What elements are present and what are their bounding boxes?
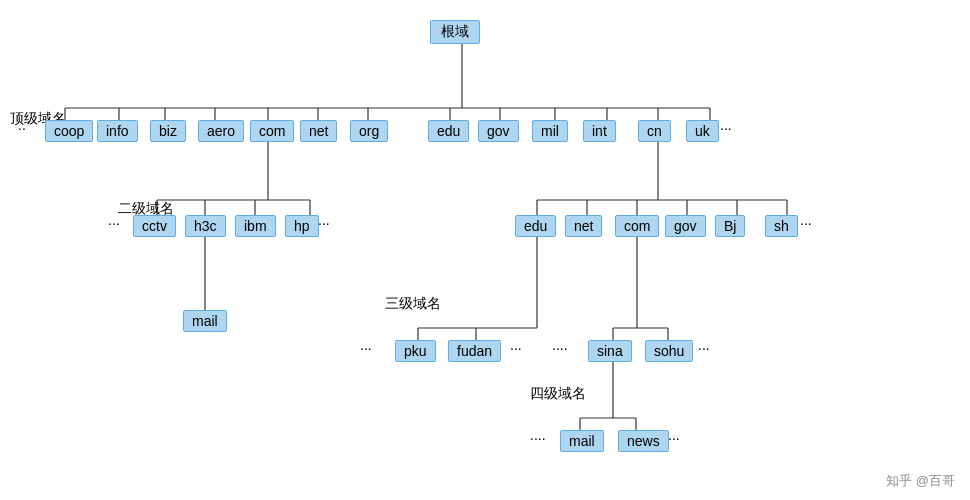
node-com: com [250, 120, 294, 142]
node-edu: edu [428, 120, 469, 142]
root-node: 根域 [430, 20, 480, 44]
node-sohu: sohu [645, 340, 693, 362]
dots-l3-com-right: ··· [698, 340, 710, 356]
node-cn-com: com [615, 215, 659, 237]
node-gov: gov [478, 120, 519, 142]
node-int: int [583, 120, 616, 142]
node-news: news [618, 430, 669, 452]
node-cn-net: net [565, 215, 602, 237]
node-h3c: h3c [185, 215, 226, 237]
dots-l3-edu-right: ··· [510, 340, 522, 356]
node-org: org [350, 120, 388, 142]
node-cn-gov: gov [665, 215, 706, 237]
node-sina: sina [588, 340, 632, 362]
connection-lines [0, 0, 970, 500]
node-hp: hp [285, 215, 319, 237]
fourth-level-label: 四级域名 [530, 385, 586, 403]
node-fudan: fudan [448, 340, 501, 362]
node-cn-edu: edu [515, 215, 556, 237]
third-level-label: 三级域名 [385, 295, 441, 313]
watermark: 知乎 @百哥 [886, 472, 955, 490]
dots-l1-left: ·· [18, 120, 26, 136]
node-cn-sh: sh [765, 215, 798, 237]
dots-l4-right: ··· [668, 430, 680, 446]
node-aero: aero [198, 120, 244, 142]
dots-l2-com-left: ··· [108, 215, 120, 231]
dots-l3-edu-left: ··· [360, 340, 372, 356]
dots-l2-com-right: ··· [318, 215, 330, 231]
dots-l3-com-left: ···· [552, 340, 568, 356]
node-net: net [300, 120, 337, 142]
node-cn: cn [638, 120, 671, 142]
node-mil: mil [532, 120, 568, 142]
dns-diagram: 根域 顶级域名 二级域名 三级域名 四级域名 ·· coop info biz … [0, 0, 970, 500]
node-pku: pku [395, 340, 436, 362]
node-coop: coop [45, 120, 93, 142]
dots-l1-right: ··· [720, 120, 732, 136]
node-ibm: ibm [235, 215, 276, 237]
node-mail-h3c: mail [183, 310, 227, 332]
dots-l2-cn-right: ··· [800, 215, 812, 231]
node-cctv: cctv [133, 215, 176, 237]
dots-l4-left: ···· [530, 430, 546, 446]
node-mail-l4: mail [560, 430, 604, 452]
node-cn-bj: Bj [715, 215, 745, 237]
node-info: info [97, 120, 138, 142]
node-uk: uk [686, 120, 719, 142]
node-biz: biz [150, 120, 186, 142]
